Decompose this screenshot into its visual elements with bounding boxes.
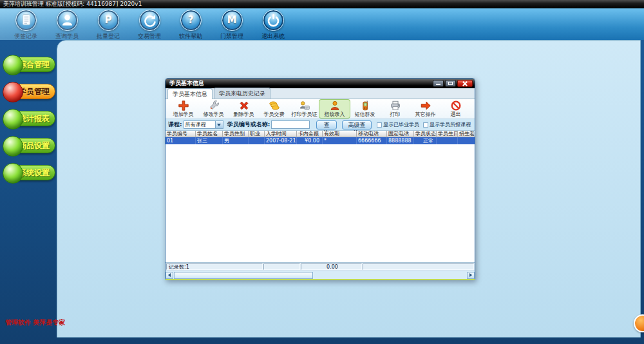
course-label: 课程: [168,120,182,129]
toolbar-button-label: 短信群发 [355,111,375,118]
tab-student-call-history[interactable]: 学员来电历史记录 [214,88,270,99]
checkbox-icon [423,122,428,128]
glyph: ? [188,15,194,25]
dialog-toolbar: 增加学员 修改学员 删除学员 学员交费 [166,99,475,119]
column-header[interactable]: 移动电话 [357,131,387,137]
batch-register-button[interactable]: P 批量登记 [88,8,129,41]
student-payment-button[interactable]: 学员交费 [259,100,289,118]
transaction-management-button[interactable]: 交易管理 [129,8,170,41]
filter-bar: 课程: 所有课程 学员编号或名称: 查询 高级查询 显示已毕业学员 显示学员所报… [166,119,475,131]
show-graduated-checkbox[interactable]: 显示已毕业学员 [377,121,419,128]
person-icon [57,10,78,31]
amount-total: 0.00 [301,263,362,270]
column-header[interactable]: 学员生日 [437,131,458,137]
app-title: 美萍培训班管理 标准版[授权码: 44116987] 2020v1 [3,1,142,7]
advanced-query-button[interactable]: 高级查询 [342,120,372,129]
column-header[interactable]: 学员编号 [166,131,196,137]
sidebar-item-label: 系统设置 [19,167,50,178]
table-row-selected[interactable]: 01 张三 男 2007-08-21 ¥0.00 * 6666666 88888… [166,137,475,144]
sidebar-item-system-settings[interactable]: 系统设置 [5,165,55,180]
scroll-right-button[interactable] [467,272,475,279]
checkbox-label: 显示已毕业学员 [383,121,419,128]
letter-m-icon: M [222,10,243,31]
printer-icon [390,100,401,111]
letter-p-icon: P [98,10,119,31]
app-titlebar: 美萍培训班管理 标准版[授权码: 44116987] 2020v1 [0,0,644,8]
cell-gender: 男 [223,137,249,144]
cell-occupation [249,137,265,144]
arrow-right-icon [420,100,431,111]
column-header[interactable]: 固定电话 [387,131,414,137]
add-student-button[interactable]: 增加学员 [168,100,198,118]
toolbar-button-label: 退出 [451,111,461,118]
window-controls [433,80,473,87]
search-label: 学员编号或名称: [227,120,270,129]
other-operations-button[interactable]: 其它操作 [410,100,440,118]
software-help-button[interactable]: ? 软件帮助 [170,8,211,41]
note-records-button[interactable]: 便签记录 [5,8,46,41]
arrow-left-icon [168,273,171,277]
column-header[interactable]: 学员性别 [223,131,249,137]
show-courses-checkbox[interactable]: 显示学员所报课程 [423,121,471,128]
exit-button[interactable]: 退出 [440,100,471,118]
glyph: M [227,15,237,25]
coins-icon [269,100,280,111]
checkbox-icon [377,122,382,128]
door-access-button[interactable]: M 门禁管理 [211,8,252,41]
query-button[interactable]: 查询 [316,120,337,129]
tab-student-basic-info[interactable]: 学员基本信息 [167,88,213,99]
print-student-card-button[interactable]: 打印学员证 [289,100,319,118]
sidebar-item-statistics-reports[interactable]: 统计报表 [5,111,55,126]
course-select[interactable]: 所有课程 [184,120,223,129]
column-header[interactable]: 学员姓名 [196,131,223,137]
column-header[interactable]: 有效期 [323,131,357,137]
main-toolbar: 便签记录 查询学员 P 批量登记 交易管理 ? 软件帮助 [0,8,644,40]
dialog-titlebar[interactable]: 学员基本信息 [166,79,475,88]
sidebar-item-label: 学员管理 [19,86,50,97]
query-students-button[interactable]: 查询学员 [46,8,88,41]
cell-student-name: 张三 [196,137,223,144]
glyph: P [105,15,112,25]
toolbar-button-label: 打印学员证 [292,111,317,118]
student-info-dialog: 学员基本信息 学员基本信息 学员来电历史记录 增加学员 修改 [165,78,475,280]
minimize-button[interactable] [433,80,444,87]
toolbar-button-label: 打印 [390,111,401,118]
cell-validity: * [323,137,357,144]
sidebar-item-label: 统计报表 [19,113,50,124]
column-header[interactable]: 学员状态 [414,131,437,137]
maximize-button[interactable] [445,80,456,87]
edit-student-button[interactable]: 修改学员 [198,100,229,118]
sidebar-item-label: 商品设置 [19,140,50,151]
fingerprint-icon [329,100,341,111]
toolbar-button-label: 增加学员 [173,111,194,118]
dialog-tabs: 学员基本信息 学员来电历史记录 [166,88,475,99]
column-header[interactable]: 招生老 [458,131,475,137]
toolbar-button-label: 其它操作 [415,111,436,118]
exit-system-button[interactable]: 退出系统 [252,8,294,41]
search-input[interactable] [271,120,310,129]
fingerprint-entry-button[interactable]: 指纹录入 [319,100,350,118]
sms-broadcast-button[interactable]: 短信群发 [350,100,380,118]
column-header[interactable]: 卡内金额 [297,131,323,137]
arrow-right-icon [469,273,472,277]
sidebar-item-student-management[interactable]: 学员管理 [5,84,55,99]
question-icon: ? [180,10,202,31]
maximize-icon [448,82,453,85]
cell-status: 正常 [414,137,437,144]
no-entry-icon [450,100,462,111]
print-button[interactable]: 打印 [380,100,410,118]
combo-dropdown-button[interactable] [215,121,223,128]
wrench-icon [208,100,220,111]
scrollbar-thumb[interactable] [174,272,313,279]
cell-fixed-phone: 8888888 [387,137,414,144]
column-header[interactable]: 职业 [249,131,265,137]
table-header: 学员编号 学员姓名 学员性别 职业 入学时间 卡内金额 有效期 移动电话 固定电… [166,131,475,137]
record-count: 记录数:1 [166,263,263,270]
column-header[interactable]: 入学时间 [265,131,297,137]
scroll-left-button[interactable] [166,272,173,279]
sidebar-item-general-management[interactable]: 综合管理 [5,57,55,72]
sidebar-item-product-settings[interactable]: 商品设置 [5,138,55,153]
toolbar-button-label: 删除学员 [234,111,254,118]
close-button[interactable] [457,80,473,87]
delete-student-button[interactable]: 删除学员 [229,100,259,118]
